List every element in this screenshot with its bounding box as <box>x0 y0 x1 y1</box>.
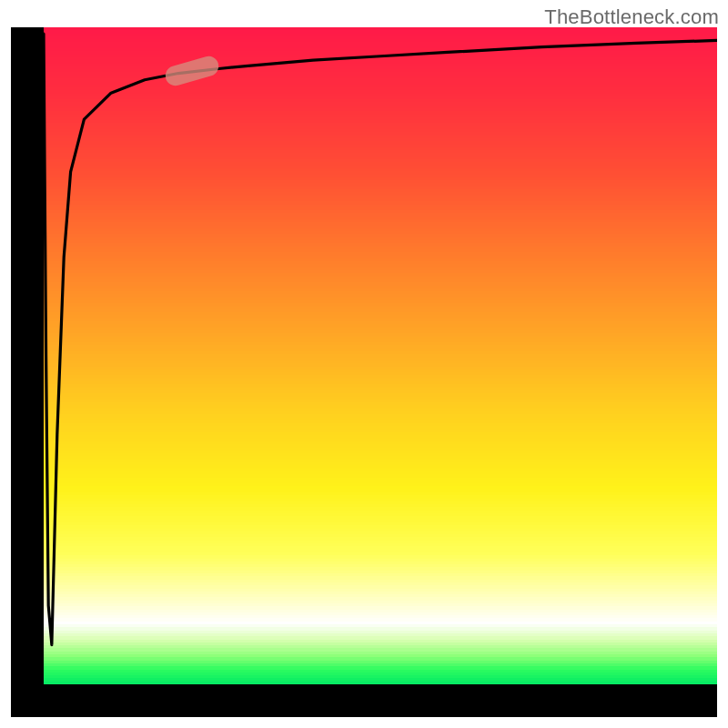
curve-path <box>44 34 717 644</box>
chart-frame <box>11 27 717 717</box>
plot-area <box>44 27 717 684</box>
chart-stage: TheBottleneck.com <box>0 0 728 728</box>
watermark-text: TheBottleneck.com <box>544 5 719 29</box>
curve-layer <box>44 27 717 684</box>
